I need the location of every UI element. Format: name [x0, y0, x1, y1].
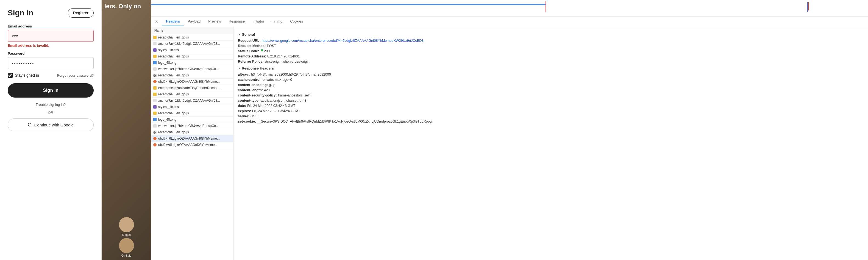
list-item[interactable]: recaptcha__en_gb.js — [151, 34, 233, 41]
cache-control-key: cache-control: — [238, 78, 261, 82]
tab-cookies[interactable]: Cookies — [286, 17, 307, 26]
tab-timing[interactable]: Timing — [268, 17, 286, 26]
referrer-policy-value: strict-origin-when-cross-origin — [265, 60, 310, 63]
cache-control-value: private, max-age=0 — [262, 78, 292, 82]
tab-initiator[interactable]: Initiator — [249, 17, 268, 26]
cache-control-row: cache-control: private, max-age=0 — [238, 78, 864, 82]
server-key: server: — [238, 114, 249, 118]
alt-svc-key: alt-svc: — [238, 73, 250, 77]
doc-icon — [153, 42, 157, 45]
content-encoding-row: content-encoding: gzip — [238, 83, 864, 87]
list-item-selected[interactable]: ubd?k=6LdgkrOZAAAAAGnf08YhMeme... — [151, 136, 233, 142]
remote-address-value: 8.219.214.207:14601 — [267, 54, 300, 58]
js-icon — [153, 112, 157, 115]
email-field[interactable] — [8, 30, 94, 42]
csp-key: content-security-policy: — [238, 93, 277, 97]
server-row: server: GSE — [238, 114, 864, 118]
signin-title: Sign in — [8, 8, 33, 17]
server-value: GSE — [250, 114, 258, 118]
general-section-title: General — [238, 32, 864, 36]
list-item[interactable]: ⊘ recaptcha__en_gb.js — [151, 129, 233, 136]
register-button[interactable]: Register — [68, 8, 94, 18]
csp-value: frame-ancestors 'self' — [278, 93, 310, 97]
list-item[interactable]: anchor?ar=1&k=6LdgkrOZAAAAAGnf08... — [151, 97, 233, 104]
list-item[interactable]: ubd?k=6LdgkrOZAAAAGnf08YhMeme... — [151, 142, 233, 148]
list-item[interactable]: recaptcha__en_gb.js — [151, 53, 233, 60]
timeline-bar-red2 — [808, 2, 809, 10]
tab-payload[interactable]: Payload — [184, 17, 205, 26]
status-code-row: Status Code: 200 — [238, 49, 864, 53]
set-cookie-value: __Secure-3PSIDCC=AFvIBn9AtsfRQnIdZd3R9KT… — [257, 120, 433, 123]
signin-button[interactable]: Sign in — [8, 83, 94, 97]
website-panel: lers. Only on & ment On Sale — [102, 0, 151, 260]
list-item[interactable]: recaptcha__en_gb.js — [151, 91, 233, 97]
category-circle-2 — [119, 238, 134, 253]
img-icon — [153, 118, 157, 121]
stay-signed-checkbox[interactable] — [8, 73, 12, 78]
password-label: Password — [8, 51, 94, 56]
devtools-panel: ✕ Headers Payload Preview Response Initi… — [151, 0, 868, 260]
date-key: date: — [238, 104, 246, 108]
date-value: Fri, 24 Mar 2023 03:42:43 GMT — [247, 104, 295, 108]
alt-svc-row: alt-svc: h3=":443"; ma=2592000,h3-29=":4… — [238, 73, 864, 77]
status-dot — [261, 49, 263, 51]
blocked-icon: ⊘ — [153, 131, 157, 134]
email-error: Email address is invalid. — [8, 44, 94, 48]
status-code-value: 200 — [264, 49, 270, 53]
google-icon: G — [28, 122, 32, 128]
status-code-label: Status Code: — [238, 49, 259, 53]
google-signin-button[interactable]: G Continue with Google — [8, 118, 94, 132]
list-item[interactable]: ⊘ recaptcha__en_gb.js — [151, 72, 233, 79]
network-list-header: Name — [151, 27, 233, 34]
request-method-value: POST — [267, 44, 276, 48]
password-field[interactable] — [8, 57, 94, 69]
xhr-icon — [153, 80, 157, 83]
or-divider: OR — [8, 111, 94, 115]
list-item[interactable]: anchor?ar=1&k=6LdgkrOZAAAAAGnf08... — [151, 41, 233, 47]
email-label: Email address — [8, 24, 94, 28]
tab-preview[interactable]: Preview — [205, 17, 225, 26]
response-headers-section: Response Headers alt-svc: h3=":443"; ma=… — [238, 66, 864, 123]
response-headers-title: Response Headers — [238, 66, 864, 70]
list-item[interactable]: webworker.js?hl=en-GB&v=vpEprwpCo... — [151, 123, 233, 129]
headers-panel: General Request URL: https://www.google.… — [234, 27, 868, 260]
request-url-value: https://www.google.com/recaptcha/enterpr… — [262, 39, 424, 42]
content-length-value: 420 — [264, 88, 270, 92]
doc-icon — [153, 67, 157, 70]
category-label-2: On Sale — [121, 254, 131, 257]
set-cookie-row: set-cookie: __Secure-3PSIDCC=AFvIBn9Atsf… — [238, 120, 864, 123]
list-item[interactable]: styles__ltr.css — [151, 47, 233, 53]
list-item[interactable]: ubd?k=6LdgkrOZAAAAAGnf08YhMeme... — [151, 79, 233, 85]
forgot-password-link[interactable]: Forgot your password? — [57, 74, 94, 78]
js-icon — [153, 86, 157, 90]
js-icon — [153, 36, 157, 39]
expires-value: Fri, 24 Mar 2023 03:42:43 GMT — [252, 109, 300, 113]
content-length-key: content-length: — [238, 88, 263, 92]
list-item[interactable]: webworker.js?hl=en-GB&v=vpEprwpCo... — [151, 66, 233, 72]
request-url-row: Request URL: https://www.google.com/reca… — [238, 39, 864, 42]
expires-key: expires: — [238, 109, 251, 113]
trouble-link[interactable]: Trouble signing in? — [8, 103, 94, 107]
category-circle-1 — [119, 217, 134, 232]
xhr-icon — [153, 137, 157, 140]
remote-address-row: Remote Address: 8.219.214.207:14601 — [238, 54, 864, 58]
request-method-row: Request Method: POST — [238, 44, 864, 48]
js-icon — [153, 55, 157, 58]
timeline-bar-red — [546, 1, 546, 12]
tab-headers[interactable]: Headers — [162, 17, 184, 26]
list-item[interactable]: logo_48.png — [151, 60, 233, 66]
timeline-bar-container — [151, 0, 868, 16]
content-type-row: content-type: application/json; charset=… — [238, 99, 864, 103]
doc-icon — [153, 124, 157, 127]
list-item[interactable]: enterprise.js?onload=EtsyRenderRecapt... — [151, 85, 233, 91]
doc-icon — [153, 99, 157, 102]
js-icon — [153, 93, 157, 96]
alt-svc-value: h3=":443"; ma=2592000,h3-29=":443"; ma=2… — [251, 73, 331, 77]
list-item[interactable]: logo_48.png — [151, 117, 233, 123]
list-item[interactable]: recaptcha__en_gb.js — [151, 110, 233, 117]
close-icon[interactable]: ✕ — [153, 20, 160, 24]
expires-row: expires: Fri, 24 Mar 2023 03:42:43 GMT — [238, 109, 864, 113]
csp-row: content-security-policy: frame-ancestors… — [238, 93, 864, 97]
tab-response[interactable]: Response — [225, 17, 249, 26]
list-item[interactable]: styles__ltr.css — [151, 104, 233, 110]
